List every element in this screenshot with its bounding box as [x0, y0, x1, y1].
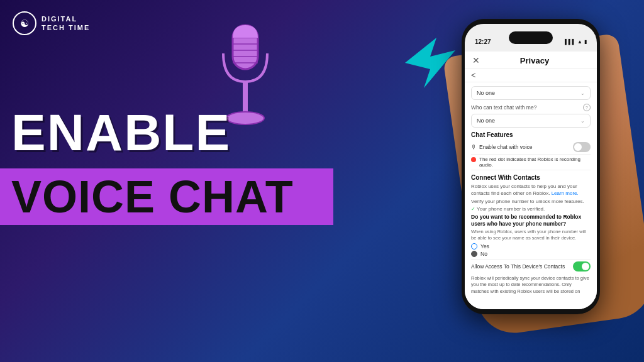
verify-text: Verify your phone number to unlock more …: [471, 199, 584, 204]
red-dot-row: The red dot indicates that Roblox is rec…: [471, 155, 591, 170]
dropdown-arrow-1: ⌄: [580, 90, 585, 96]
allow-access-row: Allow Access To This Device's Contacts: [471, 259, 591, 273]
logo-icon: ☯: [20, 18, 29, 30]
info-icon[interactable]: ?: [583, 104, 591, 111]
battery-icon: ▮: [584, 39, 587, 45]
enable-voice-row: 🎙 Enable chat with voice: [471, 140, 591, 155]
phone-frame: 12:27 ▌▌▌ ▲ ▮ ✕ Privacy <: [462, 19, 600, 314]
connect-text: Roblox uses your contacts to help you an…: [471, 183, 591, 197]
wifi-icon: ▲: [577, 39, 582, 45]
screen-nav: ✕ Privacy: [465, 52, 597, 69]
back-icon[interactable]: <: [471, 70, 476, 80]
connect-header: Connect With Contacts: [471, 174, 591, 181]
status-icons: ▌▌▌ ▲ ▮: [565, 39, 587, 45]
svg-point-7: [226, 112, 264, 124]
dropdown-arrow-2: ⌄: [580, 118, 585, 124]
brand-name-line2: TECH TIME: [42, 23, 90, 32]
brand-name-line1: DIGITAL: [42, 14, 90, 23]
allow-access-label: Allow Access To This Device's Contacts: [471, 263, 565, 270]
enable-text-area: ENABLE: [11, 107, 231, 158]
logo-text: DIGITAL TECH TIME: [42, 14, 90, 33]
chat-features-header: Chat Features: [471, 131, 591, 138]
yes-radio-row: Yes: [471, 243, 591, 250]
logo-circle: ☯: [13, 11, 36, 35]
privacy-section: No one ⌄ Who can text chat with me? ? No…: [465, 82, 597, 299]
screen-content: ✕ Privacy < No one ⌄: [465, 52, 597, 309]
sync-text: Roblox will periodically sync your devic…: [471, 275, 591, 295]
recommend-sub: When using Roblox, users with your phone…: [471, 229, 591, 241]
red-dot-text: The red dot indicates that Roblox is rec…: [479, 156, 591, 168]
phone-container: 12:27 ▌▌▌ ▲ ▮ ✕ Privacy <: [430, 6, 631, 356]
verified-check: ✓: [471, 206, 475, 212]
logo-area: ☯ DIGITAL TECH TIME: [13, 11, 90, 35]
no-label: No: [480, 251, 487, 257]
status-time: 12:27: [475, 38, 491, 45]
verified-text: Your phone number is verified.: [477, 206, 545, 212]
enable-voice-label: 🎙 Enable chat with voice: [471, 144, 533, 150]
signal-icon: ▌▌▌: [565, 39, 575, 45]
no-one-dropdown-2[interactable]: No one ⌄: [471, 114, 591, 128]
no-one-label-2: No one: [477, 118, 495, 124]
recommend-section: Do you want to be recommended to Roblox …: [471, 214, 591, 257]
red-dot: [471, 157, 476, 162]
no-one-label-1: No one: [477, 90, 495, 96]
no-radio-row: No: [471, 251, 591, 257]
enable-voice-toggle[interactable]: [573, 142, 591, 152]
yes-label: Yes: [480, 243, 489, 250]
mic-icon: 🎙: [471, 144, 477, 150]
back-row: <: [465, 69, 597, 82]
verify-row: Verify your phone number to unlock more …: [471, 199, 591, 204]
svg-rect-6: [243, 82, 248, 113]
purple-banner: VOICE CHAT: [0, 168, 333, 225]
no-radio[interactable]: [471, 251, 477, 257]
allow-access-toggle[interactable]: [573, 261, 591, 272]
who-can-text-label: Who can text chat with me?: [471, 104, 583, 111]
voice-chat-text: VOICE CHAT: [11, 174, 294, 219]
privacy-title: Privacy: [480, 56, 589, 65]
enable-voice-text: Enable chat with voice: [479, 144, 533, 150]
phone-screen: 12:27 ▌▌▌ ▲ ▮ ✕ Privacy <: [465, 24, 597, 309]
dynamic-island: [509, 31, 553, 44]
yes-radio[interactable]: [471, 243, 477, 250]
connect-section: Connect With Contacts Roblox uses your c…: [471, 174, 591, 212]
verified-row: ✓ Your phone number is verified.: [471, 206, 591, 212]
who-can-text-row: Who can text chat with me? ?: [471, 102, 591, 112]
close-icon[interactable]: ✕: [472, 55, 480, 65]
enable-word: ENABLE: [11, 107, 231, 158]
no-one-dropdown-1[interactable]: No one ⌄: [471, 86, 591, 100]
recommend-header: Do you want to be recommended to Roblox …: [471, 214, 591, 228]
learn-more-link[interactable]: Learn more.: [552, 190, 579, 196]
